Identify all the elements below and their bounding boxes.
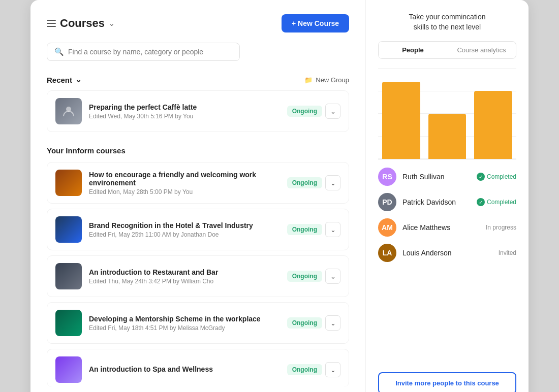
people-list: RS Ruth Sullivan ✓ Completed PD Patrick …	[378, 168, 516, 262]
course-info: Preparing the perfect Caffè latte Edited…	[89, 103, 280, 120]
header-row: Courses ⌄ + New Course	[47, 14, 349, 32]
person-row: AM Alice Matthews In progress	[378, 218, 516, 237]
course-thumbnail	[55, 310, 82, 336]
avatar: AM	[378, 218, 396, 237]
recent-courses-list: Preparing the perfect Caffè latte Edited…	[47, 90, 349, 132]
course-actions: Ongoing ⌄	[287, 104, 340, 119]
left-panel: Courses ⌄ + New Course 🔍 Recent ⌄ 📁 New …	[30, 0, 366, 392]
chart-bar-2	[428, 114, 467, 159]
person-name: Ruth Sullivan	[402, 173, 471, 181]
right-panel: Take your commincation skills to the nex…	[366, 0, 529, 392]
course-card: Developing a Mentorship Scheme in the wo…	[47, 302, 349, 344]
course-info: How to encourage a friendly and welcomin…	[89, 171, 280, 195]
course-thumbnail	[55, 170, 82, 196]
person-row: PD Patrick Davidson ✓ Completed	[378, 193, 516, 211]
course-dropdown-button[interactable]: ⌄	[325, 104, 340, 119]
course-dropdown-button[interactable]: ⌄	[325, 362, 340, 377]
avatar: RS	[378, 168, 396, 186]
course-meta: Edited Wed, May 30th 5:16 PM by You	[89, 113, 280, 120]
check-circle-icon: ✓	[477, 173, 485, 181]
check-circle-icon: ✓	[477, 198, 485, 206]
promo-title: Take your commincation skills to the nex…	[378, 12, 516, 32]
course-meta: Edited Fri, May 25th 11:00 AM by Jonatha…	[89, 231, 280, 238]
course-dropdown-button[interactable]: ⌄	[325, 222, 340, 237]
course-meta: Edited Fri, May 18th 4:51 PM by Melissa …	[89, 324, 280, 332]
course-thumbnail	[55, 216, 82, 243]
search-bar: 🔍	[47, 43, 240, 61]
course-card: An introduction to Restaurant and Bar Ed…	[47, 255, 349, 297]
recent-section-header: Recent ⌄ 📁 New Group	[47, 75, 349, 84]
course-name: Preparing the perfect Caffè latte	[89, 103, 280, 111]
recent-section-title[interactable]: Recent ⌄	[47, 75, 82, 84]
person-name: Alice Matthews	[402, 223, 480, 232]
course-dropdown-button[interactable]: ⌄	[325, 175, 340, 190]
status-badge: Ongoing	[287, 317, 322, 329]
course-dropdown-button[interactable]: ⌄	[325, 315, 340, 331]
status-badge: Ongoing	[287, 106, 322, 117]
status-badge: Ongoing	[287, 177, 322, 188]
page-title: Courses	[60, 17, 105, 30]
chart-bar-3	[474, 91, 512, 159]
course-name: Developing a Mentorship Scheme in the wo…	[89, 315, 280, 323]
course-actions: Ongoing ⌄	[287, 269, 340, 284]
status-badge: Ongoing	[287, 224, 322, 235]
title-chevron-icon[interactable]: ⌄	[109, 19, 115, 27]
person-row: RS Ruth Sullivan ✓ Completed	[378, 168, 516, 186]
course-thumbnail	[55, 356, 82, 383]
course-name: How to encourage a friendly and welcomin…	[89, 171, 280, 187]
course-card: An introduction to Spa and Wellness Ongo…	[47, 349, 349, 387]
invite-people-button[interactable]: Invite more people to this course	[378, 372, 516, 392]
your-courses-section: Your Innform courses How to encourage a …	[47, 146, 349, 387]
course-info: An introduction to Restaurant and Bar Ed…	[89, 268, 280, 285]
person-name: Louis Anderson	[402, 249, 492, 257]
menu-icon[interactable]	[47, 20, 56, 27]
course-thumbnail	[55, 98, 82, 124]
bar-group	[382, 68, 512, 159]
chart-bar-1	[382, 82, 420, 159]
title-area: Courses ⌄	[47, 17, 115, 30]
person-name: Patrick Davidson	[402, 198, 471, 206]
status-badge: Ongoing	[287, 271, 322, 282]
tabs-row: People Course analytics	[378, 41, 516, 59]
status-badge: ✓ Completed	[477, 198, 516, 206]
course-card: How to encourage a friendly and welcomin…	[47, 162, 349, 204]
status-badge: Invited	[499, 249, 516, 256]
course-info: Brand Recognition in the Hotel & Travel …	[89, 221, 280, 238]
status-badge: In progress	[486, 224, 516, 231]
course-dropdown-button[interactable]: ⌄	[325, 269, 340, 284]
course-card: Preparing the perfect Caffè latte Edited…	[47, 90, 349, 132]
course-meta: Edited Mon, May 28th 5:00 PM by You	[89, 188, 280, 195]
course-name: An introduction to Spa and Wellness	[89, 365, 280, 373]
course-actions: Ongoing ⌄	[287, 222, 340, 237]
course-info: An introduction to Spa and Wellness	[89, 365, 280, 375]
status-badge: Ongoing	[287, 364, 322, 375]
course-actions: Ongoing ⌄	[287, 175, 340, 190]
new-course-button[interactable]: + New Course	[282, 14, 349, 32]
tab-course-analytics[interactable]: Course analytics	[447, 42, 516, 58]
your-courses-title: Your Innform courses	[47, 146, 349, 155]
course-actions: Ongoing ⌄	[287, 315, 340, 331]
course-name: Brand Recognition in the Hotel & Travel …	[89, 221, 280, 230]
course-name: An introduction to Restaurant and Bar	[89, 268, 280, 276]
avatar: LA	[378, 244, 396, 262]
search-icon: 🔍	[54, 47, 64, 56]
folder-icon: 📁	[304, 76, 313, 84]
course-card: Brand Recognition in the Hotel & Travel …	[47, 209, 349, 250]
main-container: Courses ⌄ + New Course 🔍 Recent ⌄ 📁 New …	[30, 0, 529, 392]
recent-chevron-icon: ⌄	[75, 75, 82, 84]
course-thumbnail	[55, 263, 82, 289]
chart-area	[378, 68, 516, 159]
tab-people[interactable]: People	[379, 42, 447, 58]
new-group-button[interactable]: 📁 New Group	[304, 76, 349, 84]
course-meta: Edited Thu, May 24th 3:42 PM by William …	[89, 278, 280, 285]
avatar: PD	[378, 193, 396, 211]
course-info: Developing a Mentorship Scheme in the wo…	[89, 315, 280, 332]
person-row: LA Louis Anderson Invited	[378, 244, 516, 262]
course-actions: Ongoing ⌄	[287, 362, 340, 377]
search-input[interactable]	[68, 48, 232, 56]
status-badge: ✓ Completed	[477, 173, 516, 181]
